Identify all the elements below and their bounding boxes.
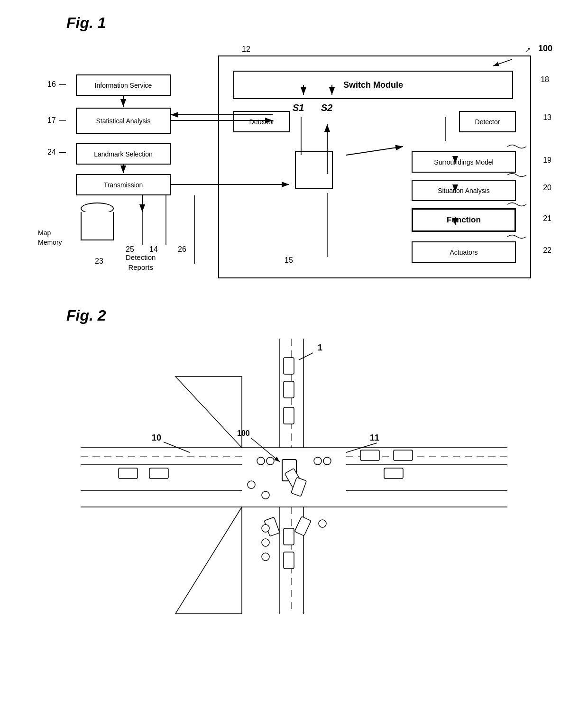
function-label: Function: [447, 215, 481, 225]
ref-23: 23: [95, 257, 103, 266]
svg-rect-54: [294, 516, 311, 536]
detector-right-label: Detector: [475, 118, 500, 126]
cylinder-body: [81, 212, 114, 240]
svg-text:10: 10: [152, 433, 161, 442]
svg-rect-39: [284, 381, 294, 398]
svg-rect-47: [149, 468, 168, 479]
svg-marker-37: [175, 377, 242, 448]
svg-marker-36: [175, 507, 242, 614]
surroundings-label: Surroundings Model: [434, 158, 493, 166]
map-memory-cylinder: [81, 203, 114, 240]
detector-left-box: Detector: [233, 111, 290, 132]
s1-label: S1: [293, 102, 304, 113]
svg-rect-52: [284, 552, 294, 569]
svg-line-68: [164, 442, 190, 452]
fig1-title: Fig. 1: [66, 14, 560, 32]
ref-15: 15: [285, 256, 293, 265]
fig2-section: Fig. 2: [28, 307, 560, 614]
svg-text:100: 100: [237, 429, 250, 437]
detection-reports-label: Detection Reports: [126, 252, 156, 272]
page-container: Fig. 1: [0, 0, 588, 709]
svg-point-43: [266, 457, 274, 465]
fig2-diagram: 1 100 10 11: [81, 339, 507, 614]
situation-label: Situation Analysis: [438, 187, 490, 194]
ref-13: 13: [543, 113, 551, 122]
svg-text:11: 11: [370, 433, 379, 442]
svg-text:1: 1: [318, 343, 322, 352]
landmark-box: Landmark Selection: [76, 143, 171, 165]
svg-point-56: [262, 491, 269, 499]
svg-point-57: [314, 457, 322, 465]
svg-rect-50: [384, 468, 403, 479]
surroundings-box: Surroundings Model: [412, 151, 516, 173]
fig2-title: Fig. 2: [66, 307, 560, 324]
svg-point-55: [248, 481, 255, 488]
ref-17: 17: [47, 116, 56, 125]
svg-line-66: [251, 438, 280, 462]
ref-24-dash: —: [59, 148, 66, 156]
situation-box: Situation Analysis: [412, 180, 516, 201]
detector-left-label: Detector: [249, 118, 275, 126]
ref-12: 12: [242, 45, 250, 54]
stat-analysis-label: Statistical Analysis: [96, 117, 150, 125]
ref-100-arrow: ↗: [525, 46, 531, 54]
ref-16-dash: —: [59, 80, 66, 88]
actuators-box: Actuators: [412, 241, 516, 263]
ref-26: 26: [178, 245, 186, 254]
stat-analysis-box: Statistical Analysis: [76, 108, 171, 134]
switch-module-label: Switch Module: [343, 80, 403, 90]
ref-100: 100: [538, 44, 552, 54]
ref-17-dash: —: [59, 116, 66, 124]
svg-rect-38: [284, 358, 294, 374]
svg-rect-49: [394, 450, 413, 460]
central-processing-box: [295, 151, 333, 189]
info-service-box: Information Service: [76, 74, 171, 96]
detection-line1: Detection: [126, 252, 156, 262]
main-system-box: Switch Module 18 S1 S2 Detector Detector…: [218, 55, 531, 278]
svg-point-58: [323, 457, 331, 465]
function-box: Function: [412, 208, 516, 232]
svg-rect-46: [119, 468, 138, 479]
svg-rect-51: [284, 528, 294, 545]
fig2-svg: 1 100 10 11: [81, 339, 507, 614]
ref-24: 24: [47, 148, 56, 157]
svg-line-64: [299, 353, 313, 360]
ref-19: 19: [543, 156, 551, 165]
svg-point-59: [262, 525, 269, 532]
svg-point-62: [319, 520, 326, 527]
ref-20: 20: [543, 184, 551, 192]
transmission-box: Transmission: [76, 174, 171, 195]
detector-right-box: Detector: [459, 111, 516, 132]
left-side-panel: 16 — Information Service 17 — Statistica…: [33, 41, 213, 288]
transmission-label: Transmission: [104, 181, 143, 189]
map-label-line1: Map: [38, 229, 62, 238]
ref-21: 21: [543, 214, 551, 223]
switch-module-box: Switch Module: [233, 71, 513, 99]
landmark-label: Landmark Selection: [94, 150, 153, 158]
ref-16: 16: [47, 80, 56, 89]
s2-label: S2: [321, 102, 332, 113]
svg-rect-40: [284, 407, 294, 424]
fig1-diagram: 100 ↗ 12 Switch Module 18 S1 S2 Detector…: [33, 41, 555, 288]
ref-22: 22: [543, 246, 551, 255]
ref-18: 18: [541, 75, 549, 84]
svg-rect-48: [360, 450, 379, 460]
info-service-label: Information Service: [95, 82, 152, 89]
map-label-line2: Memory: [38, 238, 62, 248]
map-memory-label: Map Memory: [38, 229, 62, 247]
svg-point-60: [262, 539, 269, 546]
svg-point-61: [262, 553, 269, 561]
actuators-label: Actuators: [450, 249, 478, 256]
svg-point-42: [257, 457, 265, 465]
detection-line2: Reports: [126, 262, 156, 272]
